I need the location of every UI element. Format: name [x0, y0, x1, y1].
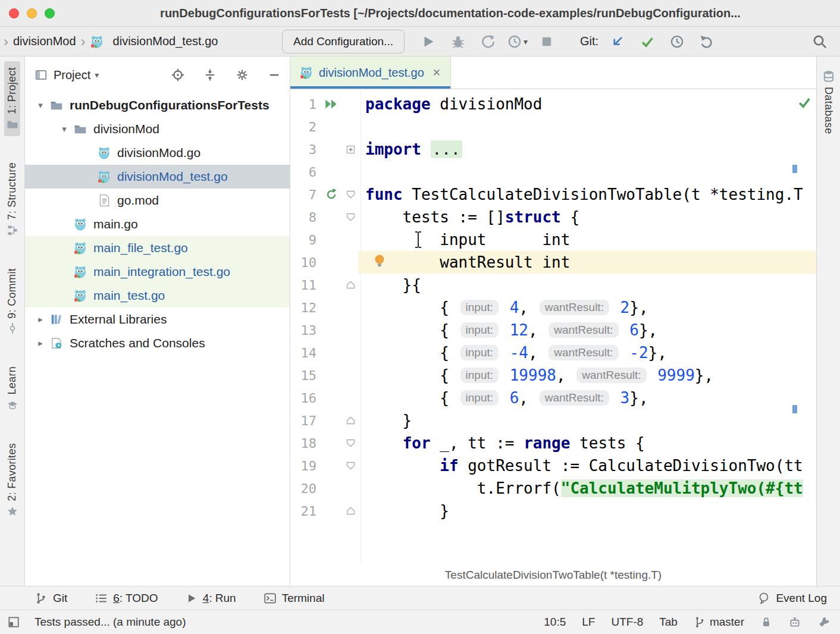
tree-item-main-go[interactable]: main.go: [25, 212, 290, 236]
tool-button-7-structure[interactable]: 7: Structure: [4, 156, 20, 242]
breadcrumb-function[interactable]: TestCalculateDivisionTwoTable(t *testing…: [445, 569, 662, 582]
search-everywhere-button[interactable]: [809, 32, 830, 51]
add-configuration-button[interactable]: Add Configuration...: [282, 30, 405, 54]
code-line-20[interactable]: 20 t.Errorf("CalculateMulitplyTwo(#{tt: [290, 477, 816, 500]
code-line-8[interactable]: 8 tests := []struct {: [290, 206, 816, 228]
settings-gear-button[interactable]: [235, 68, 249, 82]
fold-marker-down-icon[interactable]: [343, 190, 358, 199]
lock-icon[interactable]: [760, 616, 772, 628]
tool-button-2-favorites[interactable]: 2: Favorites: [4, 437, 20, 523]
history-button[interactable]: [666, 32, 688, 51]
code-text[interactable]: package divisionMod: [358, 93, 816, 115]
code-line-18[interactable]: 18 for _, tt := range tests {: [290, 432, 816, 454]
code-line-19[interactable]: 19 if gotResult := CalculateDivisionTwo(…: [290, 454, 816, 477]
code-text[interactable]: }{: [358, 274, 816, 296]
stop-button[interactable]: [536, 32, 557, 51]
collapse-all-button[interactable]: [203, 68, 217, 82]
code-text[interactable]: { input: 4, wantResult: 2},: [358, 296, 816, 319]
tool-window-switcher-icon[interactable]: [7, 616, 20, 629]
code-line-21[interactable]: 21 }: [290, 500, 816, 522]
tree-item-divisionmod[interactable]: ▾divisionMod: [25, 117, 290, 141]
tree-item-scratches-and-consoles[interactable]: ▸Scratches and Consoles: [25, 331, 290, 355]
code-line-15[interactable]: 15 { input: 19998, wantResult: 9999},: [290, 364, 816, 387]
tool-button-learn[interactable]: Learn: [4, 360, 20, 417]
tree-chevron-icon[interactable]: ▸: [32, 338, 49, 349]
run-with-coverage-button[interactable]: [477, 32, 499, 51]
code-line-9[interactable]: 9 input int: [290, 228, 816, 251]
tool-button-9-commit[interactable]: 9: Commit: [4, 262, 20, 341]
code-line-10[interactable]: 10 wantResult int: [290, 251, 816, 274]
tool-button-1-project[interactable]: 1: Project: [4, 61, 20, 136]
code-text[interactable]: tests := []struct {: [358, 206, 816, 228]
fold-marker-down-icon[interactable]: [343, 462, 358, 470]
tree-chevron-icon[interactable]: ▾: [32, 100, 49, 111]
tool-button-6-todo[interactable]: 6: TODO: [95, 592, 158, 605]
tree-item-main-test-go[interactable]: main_test.go: [25, 284, 290, 307]
fold-marker-up-icon[interactable]: [343, 507, 358, 515]
code-text[interactable]: t.Errorf("CalculateMulitplyTwo(#{tt: [358, 477, 816, 500]
breadcrumb-module[interactable]: divisionMod: [13, 34, 76, 48]
code-text[interactable]: }: [358, 409, 816, 432]
close-tab-button[interactable]: ✕: [432, 67, 441, 79]
code-line-6[interactable]: 6: [290, 161, 816, 183]
code-text[interactable]: for _, tt := range tests {: [358, 432, 816, 454]
profiler-button[interactable]: ▾: [507, 32, 528, 51]
code-text[interactable]: func TestCalculateDivisionTwoTable(t *te…: [358, 183, 816, 206]
code-text[interactable]: { input: 12, wantResult: 6},: [358, 319, 816, 341]
code-text[interactable]: }: [358, 500, 816, 522]
fold-marker-plus-icon[interactable]: [343, 145, 358, 154]
tool-button-terminal[interactable]: Terminal: [264, 592, 325, 605]
breadcrumb-file[interactable]: divisionMod_test.go: [113, 34, 218, 48]
zoom-window-button[interactable]: [45, 8, 55, 18]
run-all-icon[interactable]: [320, 98, 343, 111]
commit-button[interactable]: [637, 32, 658, 51]
hide-panel-button[interactable]: [267, 68, 281, 82]
code-line-17[interactable]: 17 }: [290, 409, 816, 432]
close-window-button[interactable]: [9, 8, 19, 18]
tool-button-4-run[interactable]: 4: Run: [186, 592, 236, 605]
git-branch-widget[interactable]: master: [694, 616, 744, 629]
code-line-1[interactable]: 1package divisionMod: [290, 93, 816, 115]
editor-tab-divisionmod-test-go[interactable]: divisionMod_test.go ✕: [290, 57, 451, 89]
indent-style[interactable]: Tab: [659, 616, 678, 629]
code-line-12[interactable]: 12 { input: 4, wantResult: 2},: [290, 296, 816, 319]
tree-item-external-libraries[interactable]: ▸External Libraries: [25, 307, 290, 331]
tree-item-go-mod[interactable]: go.mod: [25, 189, 290, 212]
ide-assistant-icon[interactable]: [788, 616, 801, 629]
line-separator[interactable]: LF: [582, 616, 595, 629]
test-passed-icon[interactable]: [320, 188, 343, 201]
tree-item-divisionmod-go[interactable]: divisionMod.go: [25, 141, 290, 165]
caret-position[interactable]: 10:5: [544, 616, 566, 629]
tree-item-main-integration-test-go[interactable]: main_integration_test.go: [25, 260, 290, 284]
project-view-selector[interactable]: Project ▾: [54, 68, 99, 82]
code-text[interactable]: [358, 115, 816, 138]
select-opened-file-button[interactable]: [171, 68, 185, 82]
tree-chevron-icon[interactable]: ▾: [56, 124, 73, 134]
fold-marker-down-icon[interactable]: [343, 439, 358, 447]
fold-marker-up-icon[interactable]: [343, 416, 358, 425]
tree-item-divisionmod-test-go[interactable]: divisionMod_test.go: [25, 165, 290, 189]
code-text[interactable]: wantResult int: [358, 251, 816, 274]
tree-chevron-icon[interactable]: ▸: [32, 314, 49, 325]
tool-button-event-log[interactable]: Event Log: [757, 592, 827, 605]
code-area[interactable]: 1package divisionMod23import ...67func T…: [290, 89, 816, 564]
run-button[interactable]: [418, 32, 439, 51]
tree-item-main-file-test-go[interactable]: main_file_test.go: [25, 236, 290, 260]
tool-button-git[interactable]: Git: [35, 592, 67, 605]
code-line-13[interactable]: 13 { input: 12, wantResult: 6},: [290, 319, 816, 341]
code-text[interactable]: if gotResult := CalculateDivisionTwo(tt: [358, 454, 816, 477]
wrench-icon[interactable]: [817, 616, 830, 629]
minimize-window-button[interactable]: [27, 8, 37, 18]
debug-button[interactable]: [447, 32, 469, 51]
code-text[interactable]: import ...: [358, 138, 816, 161]
code-line-7[interactable]: 7func TestCalculateDivisionTwoTable(t *t…: [290, 183, 816, 206]
code-line-14[interactable]: 14 { input: -4, wantResult: -2},: [290, 341, 816, 364]
code-text[interactable]: input int: [358, 228, 816, 251]
fold-marker-down-icon[interactable]: [343, 213, 358, 221]
update-project-button[interactable]: [607, 32, 628, 51]
file-encoding[interactable]: UTF-8: [611, 616, 643, 629]
code-text[interactable]: { input: 6, wantResult: 3},: [358, 387, 816, 409]
intention-bulb-icon[interactable]: [374, 253, 385, 271]
code-text[interactable]: [358, 161, 816, 183]
fold-marker-up-icon[interactable]: [343, 281, 358, 289]
